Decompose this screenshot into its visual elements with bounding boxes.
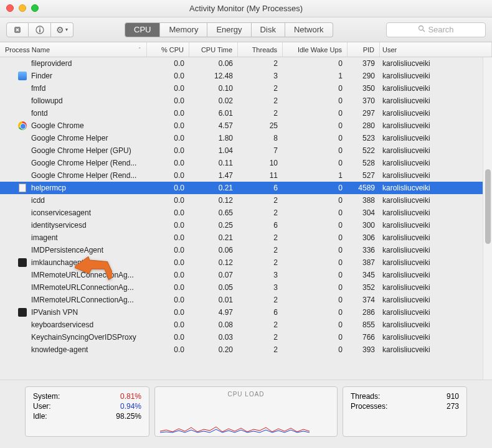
tab-cpu[interactable]: CPU — [125, 22, 160, 37]
vertical-scrollbar[interactable] — [483, 57, 492, 380]
document-icon — [17, 183, 27, 193]
table-row[interactable]: KeychainSyncingOverIDSProxy0.00.0320766k… — [0, 331, 483, 343]
scrollbar-thumb[interactable] — [485, 169, 491, 244]
maximize-button[interactable] — [31, 4, 39, 12]
table-row[interactable]: knowledge-agent0.00.2020393karolisliucve… — [0, 343, 483, 356]
sort-indicator-icon: ˄ — [138, 47, 141, 53]
cell-idle: 0 — [283, 159, 348, 167]
cell-process-name: IPVanish VPN — [0, 307, 147, 317]
cell-threads: 25 — [238, 121, 283, 130]
column-header-name[interactable]: Process Name˄ — [0, 42, 147, 57]
cell-process-name: IMDPersistenceAgent — [0, 245, 147, 255]
cell-pid: 528 — [348, 159, 380, 167]
close-button[interactable] — [6, 4, 14, 12]
table-row[interactable]: IMRemoteURLConnectionAg...0.00.0120374ka… — [0, 294, 483, 306]
cell-idle: 0 — [283, 134, 348, 142]
cell-user: karolisliucveiki — [380, 320, 483, 329]
cpu-load-title: CPU LOAD — [227, 391, 264, 398]
table-row[interactable]: Google Chrome Helper (Rend...0.00.111005… — [0, 157, 483, 169]
cell-time: 0.02 — [189, 96, 238, 105]
cell-time: 12.48 — [189, 72, 238, 80]
svg-point-6 — [419, 26, 423, 30]
cell-time: 0.03 — [189, 333, 238, 342]
cell-cpu: 0.0 — [147, 233, 189, 242]
blank-icon — [17, 158, 27, 168]
cell-process-name: Google Chrome — [0, 121, 147, 131]
table-row[interactable]: Google Chrome Helper (Rend...0.01.471115… — [0, 169, 483, 182]
tab-energy[interactable]: Energy — [207, 22, 251, 37]
table-row[interactable]: identityservicesd0.00.2560300karolisliuc… — [0, 219, 483, 231]
column-header-user[interactable]: User — [380, 42, 492, 57]
cell-idle: 0 — [283, 320, 348, 329]
table-row[interactable]: keyboardservicesd0.00.0820855karolisliuc… — [0, 319, 483, 331]
cell-process-name: Finder — [0, 71, 147, 81]
threads-label: Threads: — [351, 392, 380, 401]
table-row[interactable]: fontd0.06.0120297karolisliucveiki — [0, 107, 483, 119]
minimize-button[interactable] — [19, 4, 26, 12]
cell-pid: 522 — [348, 146, 380, 155]
cell-idle: 0 — [283, 233, 348, 242]
table-row[interactable]: icdd0.00.1220388karolisliucveiki — [0, 194, 483, 207]
cell-idle: 0 — [283, 246, 348, 254]
blank-icon — [17, 96, 27, 106]
column-header-pid[interactable]: PID — [348, 42, 380, 57]
table-row[interactable]: Google Chrome Helper (GPU)0.01.0470522ka… — [0, 144, 483, 157]
window-title: Activity Monitor (My Processes) — [189, 4, 303, 13]
cell-threads: 2 — [238, 109, 283, 118]
tab-network[interactable]: Network — [285, 22, 333, 37]
table-row[interactable]: Finder0.012.4831290karolisliucveiki — [0, 70, 483, 82]
cell-cpu: 0.0 — [147, 308, 189, 317]
column-header-idle[interactable]: Idle Wake Ups — [283, 42, 348, 57]
column-header-threads[interactable]: Threads — [238, 42, 283, 57]
column-header-cpu[interactable]: % CPU — [147, 42, 189, 57]
table-row[interactable]: Google Chrome Helper0.01.8080523karolisl… — [0, 132, 483, 144]
cell-time: 0.07 — [189, 271, 238, 279]
table-row[interactable]: imagent0.00.2120306karolisliucveiki — [0, 231, 483, 244]
settings-menu-button[interactable]: ⚙▾ — [51, 22, 73, 37]
table-row[interactable]: IMDPersistenceAgent0.00.0620336karolisli… — [0, 244, 483, 256]
cell-pid: 387 — [348, 258, 380, 267]
processes-label: Processes: — [351, 402, 387, 411]
cell-cpu: 0.0 — [147, 208, 189, 217]
cell-threads: 2 — [238, 320, 283, 329]
activity-monitor-window: Activity Monitor (My Processes) ⚙▾ CPUMe… — [0, 0, 492, 448]
cell-pid: 523 — [348, 134, 380, 142]
table-row[interactable]: IMRemoteURLConnectionAg...0.00.0730345ka… — [0, 269, 483, 281]
cell-cpu: 0.0 — [147, 258, 189, 267]
table-row[interactable]: followupd0.00.0220370karolisliucveiki — [0, 95, 483, 107]
column-header-time[interactable]: CPU Time — [189, 42, 238, 57]
table-row[interactable]: iconservicesagent0.00.6520304karolisliuc… — [0, 207, 483, 219]
cell-user: karolisliucveiki — [380, 333, 483, 342]
cell-process-name: icdd — [0, 195, 147, 205]
info-button[interactable] — [29, 22, 51, 37]
cell-pid: 379 — [348, 59, 380, 68]
table-row[interactable]: fileproviderd0.00.0620379karolisliucveik… — [0, 57, 483, 70]
table-row[interactable]: Google Chrome0.04.57250280karolisliucvei… — [0, 119, 483, 132]
column-headers: Process Name˄% CPUCPU TimeThreadsIdle Wa… — [0, 42, 492, 57]
titlebar: Activity Monitor (My Processes) — [0, 0, 492, 17]
table-row[interactable]: IMRemoteURLConnectionAg...0.00.0530352ka… — [0, 281, 483, 294]
table-row[interactable]: fmfd0.00.1020350karolisliucveiki — [0, 82, 483, 95]
cell-cpu: 0.0 — [147, 146, 189, 155]
cell-idle: 0 — [283, 96, 348, 105]
cell-time: 0.05 — [189, 283, 238, 292]
search-input[interactable]: Search — [386, 22, 486, 37]
cell-cpu: 0.0 — [147, 296, 189, 304]
table-row[interactable]: imklaunchagent0.00.1220387karolisliucvei… — [0, 256, 483, 269]
tab-memory[interactable]: Memory — [160, 22, 207, 37]
cell-pid: 370 — [348, 96, 380, 105]
stop-process-button[interactable] — [6, 22, 29, 37]
cell-cpu: 0.0 — [147, 221, 189, 230]
table-row[interactable]: helpermcp0.00.21604589karolisliucveiki — [0, 182, 483, 194]
svg-point-4 — [39, 27, 40, 29]
process-name-text: KeychainSyncingOverIDSProxy — [31, 333, 136, 342]
cell-cpu: 0.0 — [147, 159, 189, 167]
cell-pid: 350 — [348, 84, 380, 93]
blank-icon — [17, 295, 27, 305]
process-name-text: knowledge-agent — [31, 345, 88, 354]
tab-disk[interactable]: Disk — [252, 22, 285, 37]
table-row[interactable]: IPVanish VPN0.04.9760286karolisliucveiki — [0, 306, 483, 319]
blank-icon — [17, 83, 27, 93]
cell-time: 0.25 — [189, 221, 238, 230]
cell-user: karolisliucveiki — [380, 146, 483, 155]
